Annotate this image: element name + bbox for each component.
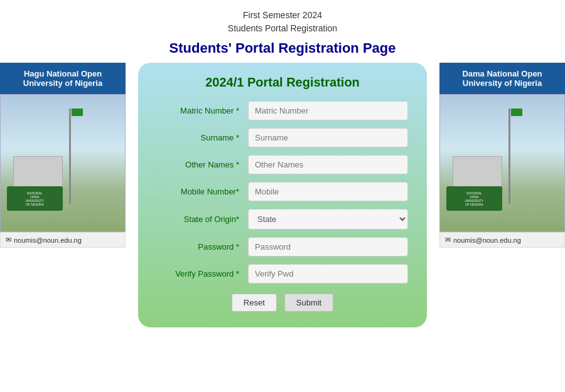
state-of-origin-select[interactable]: State Abia Adamawa Akwa Ibom Anambra Bau… [248, 209, 408, 230]
envelope-icon: ✉ [6, 236, 11, 244]
left-panel-email: ✉ noumis@noun.edu.ng [0, 232, 126, 248]
right-panel: Dama National Open University of Nigeria… [439, 63, 565, 248]
form-wrapper: 2024/1 Portal Registration Matric Number… [126, 63, 439, 327]
form-card: 2024/1 Portal Registration Matric Number… [138, 63, 427, 327]
other-names-label: Other Names * [157, 160, 248, 169]
right-panel-image: NATIONALOPENUNIVERSITYOF NIGERIA [439, 94, 565, 232]
left-panel: Hagu National Open University of Nigeria… [0, 63, 126, 248]
password-input[interactable] [248, 237, 408, 257]
verify-password-label: Verify Password * [157, 269, 248, 278]
matric-number-input[interactable] [248, 101, 408, 120]
state-of-origin-label: State of Origin* [157, 215, 248, 224]
mobile-number-input[interactable] [248, 182, 408, 201]
envelope-icon-right: ✉ [445, 236, 451, 244]
right-panel-title: Dama National Open University of Nigeria [439, 63, 565, 94]
verify-password-input[interactable] [248, 264, 408, 283]
surname-input[interactable] [248, 128, 408, 147]
surname-row: Surname * [157, 128, 408, 147]
header-line1: First Semester 2024 [0, 9, 565, 22]
mobile-number-label: Mobile Number* [157, 187, 248, 196]
matric-number-label: Matric Number * [157, 106, 248, 115]
main-layout: Hagu National Open University of Nigeria… [0, 63, 565, 334]
flag-pole-icon-right [508, 109, 510, 204]
verify-password-row: Verify Password * [157, 264, 408, 283]
reset-button[interactable]: Reset [232, 294, 277, 312]
left-panel-title: Hagu National Open University of Nigeria [0, 63, 126, 94]
left-panel-image: NATIONALOPENUNIVERSITYOF NIGERIA [0, 94, 126, 232]
form-title: 2024/1 Portal Registration [157, 75, 408, 90]
noun-sign-icon-right: NATIONALOPENUNIVERSITYOF NIGERIA [446, 186, 502, 211]
flag-pole-icon [69, 109, 71, 204]
page-title: Students' Portal Registration Page [0, 40, 565, 56]
mobile-number-row: Mobile Number* [157, 182, 408, 201]
submit-button[interactable]: Submit [284, 294, 333, 312]
password-row: Password * [157, 237, 408, 257]
password-label: Password * [157, 242, 248, 252]
noun-sign-icon: NATIONALOPENUNIVERSITYOF NIGERIA [7, 186, 63, 211]
form-buttons: Reset Submit [157, 294, 408, 312]
other-names-row: Other Names * [157, 155, 408, 174]
header-line2: Students Portal Registration [0, 22, 565, 35]
header: First Semester 2024 Students Portal Regi… [0, 0, 565, 40]
flag-icon-right [511, 109, 522, 116]
state-of-origin-row: State of Origin* State Abia Adamawa Akwa… [157, 209, 408, 230]
matric-number-row: Matric Number * [157, 101, 408, 120]
right-panel-email: ✉ noumis@noun.edu.ng [439, 232, 565, 248]
other-names-input[interactable] [248, 155, 408, 174]
flag-icon [72, 109, 83, 116]
surname-label: Surname * [157, 133, 248, 142]
